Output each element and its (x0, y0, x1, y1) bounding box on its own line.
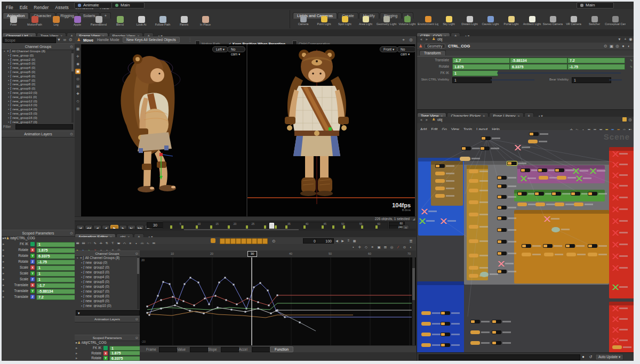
tool-mode-label[interactable]: Move (83, 38, 93, 43)
param-value-field[interactable]: -5.88134 (36, 289, 75, 295)
network-node-black[interactable] (534, 192, 544, 196)
viewport-tool-icon[interactable]: ▦ (75, 46, 81, 52)
expand-icon[interactable]: ▸ (3, 295, 4, 299)
network-node-null-red[interactable] (612, 162, 619, 167)
shelf-tool-distant-light[interactable]: Distant Light (459, 15, 480, 26)
network-node-orange[interactable] (469, 200, 478, 204)
network-node-black[interactable] (492, 320, 501, 323)
key-type-button[interactable] (262, 238, 268, 244)
network-node-black[interactable] (492, 341, 501, 345)
shelf-tool-conceptual-camera[interactable]: Conceptual Camera (605, 15, 626, 26)
tree-row[interactable]: ▪∫new_group12 (0) (7, 99, 37, 103)
network-node-black[interactable] (497, 184, 507, 188)
network-node-null-pink[interactable] (515, 145, 521, 150)
network-node-cloud[interactable] (551, 227, 560, 232)
network-node-null-pink[interactable] (544, 216, 550, 222)
network-node-orange[interactable] (470, 330, 480, 334)
network-node-null-red[interactable] (612, 306, 619, 311)
shelf-tool-motionpath[interactable]: MotionPath (24, 15, 45, 26)
scope-input[interactable]: Scope (3, 37, 56, 43)
recook-icon[interactable]: ↺ (588, 354, 594, 359)
range-nav-icon[interactable]: ◀ (334, 239, 340, 242)
param-value-field[interactable]: -1.75 (36, 260, 75, 265)
network-node-orange[interactable] (469, 213, 478, 216)
footer-field-accel[interactable] (252, 347, 270, 352)
tree-row[interactable]: ▪∫new_group17 (0) (7, 120, 37, 124)
network-node-orange[interactable] (539, 176, 548, 180)
network-node-orange[interactable] (469, 266, 478, 270)
desktop-selector[interactable]: Animate (74, 2, 113, 9)
param-value-field[interactable]: 6.3375 (36, 254, 75, 260)
forward-icon[interactable]: ▸ (424, 117, 430, 122)
key-type-button[interactable] (225, 238, 230, 244)
transform-folder-tab[interactable]: Transform (419, 50, 446, 55)
param-value-field[interactable]: 1 (36, 277, 75, 283)
scoped-param-row[interactable]: ▸ScaleX1 (2, 265, 75, 271)
network-node-tan[interactable] (460, 157, 470, 161)
gear-icon[interactable]: ⊙ (68, 37, 74, 42)
tree-root-row[interactable]: ▪▾∫All Channel Groups (8) (76, 256, 119, 260)
tree-row[interactable]: ▪∫new_group6 (0) (80, 285, 109, 288)
network-node-black[interactable] (461, 147, 471, 150)
rotate-x-field[interactable]: 1.875 (452, 64, 510, 70)
param-value-field[interactable]: 1.875 (36, 248, 75, 254)
key-type-button[interactable] (246, 238, 252, 244)
shelf-tool-environment-light[interactable]: Environment Light (418, 15, 438, 26)
network-node-orange[interactable] (469, 239, 478, 243)
network-node-null-red[interactable] (612, 265, 619, 271)
network-node-cloud[interactable] (480, 272, 489, 277)
network-node-null-pink[interactable] (498, 261, 505, 266)
expand-icon[interactable]: ▸ (3, 283, 4, 287)
shelf-tool-stereo-camera[interactable]: Stereo Camera (542, 15, 563, 26)
expand-icon[interactable]: ▸ (3, 265, 4, 270)
network-node-null-red[interactable] (612, 173, 619, 178)
anim-view-icon[interactable]: ▪ (350, 245, 356, 249)
network-node-black[interactable] (497, 228, 507, 232)
network-node-black[interactable] (521, 168, 530, 172)
scoped-param-row[interactable]: ▸TranslateX-1.7 (2, 282, 75, 288)
network-node-black[interactable] (441, 343, 450, 347)
network-node-orange[interactable] (612, 345, 622, 349)
resize-grip-icon[interactable]: ◢ (412, 217, 415, 221)
footer-field-value[interactable] (190, 347, 208, 352)
network-node-black[interactable] (538, 168, 547, 172)
translate-z-field[interactable]: 7.2 (567, 58, 625, 63)
graph-v-scrollbar[interactable] (412, 257, 415, 345)
tree-row[interactable]: ▪∫new_group8 (0) (80, 294, 109, 298)
scoped-param-row[interactable]: ▸RotateX1.875 (75, 351, 140, 356)
node-path[interactable]: obj (437, 37, 442, 41)
scoped-param-row[interactable]: ▸RotateX1.875 (2, 247, 75, 253)
rotate-z-field[interactable]: -1.75 (567, 64, 625, 70)
footer-field-slope[interactable] (221, 347, 239, 352)
network-node-black[interactable] (565, 244, 575, 248)
param-value-field[interactable]: 6.3375 (109, 356, 140, 361)
network-node-orange[interactable] (555, 203, 564, 206)
scoped-param-row[interactable]: ▸RotateZ-1.75 (2, 259, 75, 265)
shelfset-selector[interactable]: Main (111, 2, 145, 9)
camera-menu[interactable]: No cam ▾ (227, 46, 245, 52)
shelf-tool-parent[interactable]: Parent (173, 15, 195, 26)
magnifier-icon[interactable]: ◎ (614, 44, 620, 48)
gear-icon[interactable]: ⊙ (70, 230, 73, 236)
viewport-tool-icon[interactable]: ▤ (75, 84, 81, 89)
anim-view-icon[interactable]: ⊙ (402, 245, 407, 249)
help-icon[interactable]: ◐ (626, 44, 632, 48)
snap-icon[interactable]: ⌖ (401, 37, 406, 43)
network-node-null-pink[interactable] (421, 209, 428, 214)
footer-field-frame[interactable] (159, 347, 177, 352)
rotate-y-field[interactable]: 6.3375 (510, 64, 567, 70)
gear-icon[interactable]: ⊙ (135, 335, 138, 341)
expand-icon[interactable]: ▸ (76, 356, 77, 360)
network-node-orange[interactable] (528, 140, 538, 143)
update-mode-selector[interactable]: Auto Update ▾ (595, 354, 623, 360)
camera-menu[interactable]: No cam ▾ (397, 46, 416, 52)
tree-row[interactable]: ▪∫new_group9 (0) (80, 299, 109, 303)
info-icon[interactable]: ● (620, 44, 626, 48)
skirt-visibility-field[interactable]: 1 (452, 77, 492, 83)
network-node-orange[interactable] (469, 254, 478, 257)
back-icon[interactable]: ◂ (418, 117, 424, 122)
shelf-tool-leg[interactable]: Leg (45, 15, 67, 26)
shelf-tool-camera[interactable]: Camera (293, 15, 314, 26)
tree-row[interactable]: ▪∫new_group4 (0) (80, 275, 109, 279)
param-value-field[interactable]: 1 (109, 346, 140, 351)
